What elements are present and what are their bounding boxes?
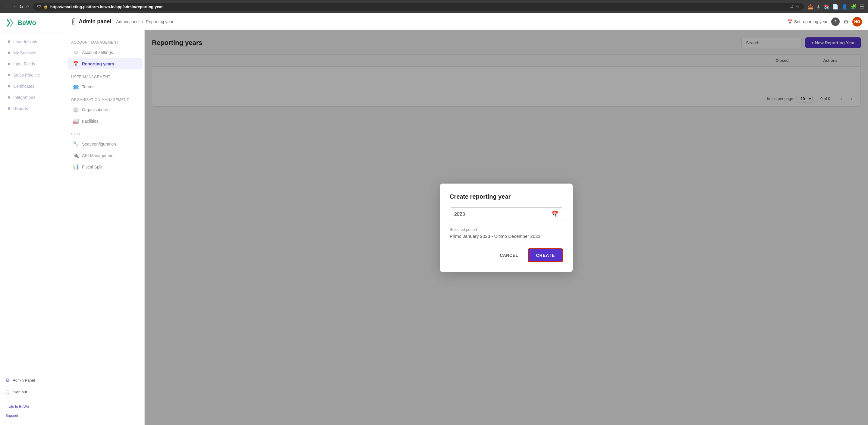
modal-title: Create reporting year	[450, 193, 563, 200]
sidebar-item-sales-pipeline[interactable]: Sales Pipeline	[2, 70, 64, 81]
sidebar-item-label: Certificates	[13, 84, 34, 89]
subnav-label: API Management	[82, 153, 115, 158]
main-content: ‹ Admin panel Admin panel › Reporting ye…	[66, 13, 868, 425]
subnav-label: Fiscal Split	[82, 164, 102, 170]
sidebar-item-admin-panel[interactable]: ⚙ Admin Panel	[0, 374, 66, 386]
create-reporting-year-modal: Create reporting year 📅 Selected period …	[440, 184, 572, 272]
cancel-button[interactable]: CANCEL	[495, 250, 523, 261]
shield-icon: 🛡	[37, 4, 41, 9]
menu-icon[interactable]: ☰	[860, 3, 864, 10]
browser-nav-buttons: ← → ↻ ⌂	[4, 4, 29, 10]
app-container: BeWo Lead Insights My Services Input Fie…	[0, 13, 868, 425]
subnav-label: Seat configuration	[82, 142, 116, 147]
sidebar-support[interactable]: Support	[0, 412, 66, 419]
subnav-label: Account settings	[82, 50, 113, 55]
calendar-icon: 📅	[787, 19, 792, 24]
subnav-reporting-years[interactable]: 📅 Reporting years	[68, 58, 143, 69]
sidebar-item-label: Integrations	[13, 95, 35, 100]
content-wrapper: Account Management ⚙ Account settings 📅 …	[66, 30, 868, 425]
logo-text: BeWo	[18, 19, 36, 27]
browser-actions: 📥 ⬇ 📚 📄 👤 🧩 ☰	[807, 3, 864, 10]
page-content: Reporting years + New Reporting Year Clo…	[145, 30, 868, 425]
logo-icon	[5, 18, 15, 28]
set-year-label: Set reporting year	[794, 19, 828, 24]
create-button[interactable]: CREATE	[528, 248, 563, 262]
dot-icon	[8, 40, 10, 43]
reload-button[interactable]: ↻	[19, 4, 23, 10]
signout-icon: ⬡	[5, 389, 10, 395]
user-management-section: User Management	[66, 73, 144, 81]
reader-icon[interactable]: 📄	[832, 4, 838, 10]
subnav-label: Facilities	[82, 119, 98, 124]
selected-period-value: Primo January 2023 - Ultimo December 202…	[450, 234, 563, 239]
calendar-picker-icon[interactable]: 📅	[551, 211, 558, 218]
admin-icon: ⚙	[5, 377, 10, 383]
subnav-account-settings[interactable]: ⚙ Account settings	[68, 47, 143, 58]
set-reporting-year-button[interactable]: 📅 Set reporting year	[787, 19, 828, 24]
sub-nav: Account Management ⚙ Account settings 📅 …	[66, 30, 145, 425]
api-icon: 🔌	[73, 153, 79, 158]
sidebar-nav: Lead Insights My Services Input Fields S…	[0, 33, 66, 371]
sidebar-item-sign-out[interactable]: ⬡ Sign out	[0, 386, 66, 398]
sidebar-bottom: ⚙ Admin Panel ⬡ Sign out	[0, 371, 66, 401]
back-nav-button[interactable]: ‹	[72, 19, 75, 25]
address-bar[interactable]: 🛡 🔒 https://marketing.platform.bewo.io/a…	[33, 3, 804, 10]
sidebar-item-certificates[interactable]: Certificates	[2, 81, 64, 92]
subnav-label: Teams	[82, 84, 94, 89]
top-bar: ‹ Admin panel Admin panel › Reporting ye…	[66, 13, 868, 30]
settings-icon: ⚙	[73, 50, 79, 55]
sidebar-item-label: Lead Insights	[13, 39, 38, 44]
browser-chrome: ← → ↻ ⌂ 🛡 🔒 https://marketing.platform.b…	[0, 0, 868, 13]
user-avatar[interactable]: HG	[852, 17, 862, 27]
pocket-icon[interactable]: 📥	[807, 4, 813, 10]
settings-icon[interactable]: ⚙	[843, 18, 849, 25]
organisation-icon: 🏢	[73, 107, 79, 113]
year-input-row: 📅	[450, 207, 563, 221]
fiscal-icon: 📊	[73, 164, 79, 170]
sidebar-item-label: Input Fields	[13, 61, 35, 66]
breadcrumb-parent: Admin panel	[116, 19, 140, 24]
sidebar-item-input-fields[interactable]: Input Fields	[2, 58, 64, 69]
dot-icon	[8, 63, 10, 65]
seat-config-icon: 🔧	[73, 141, 79, 147]
download-icon[interactable]: ⬇	[816, 4, 820, 10]
sidebar-item-label: Sales Pipeline	[13, 73, 40, 78]
sidebar-item-my-services[interactable]: My Services	[2, 47, 64, 58]
subnav-label: Reporting years	[82, 61, 114, 66]
bookmarks-icon[interactable]: 📚	[824, 4, 830, 10]
star-icon: ☆	[796, 4, 800, 9]
lock-icon: 🔒	[43, 4, 48, 9]
calendar-icon: 📅	[73, 61, 79, 67]
sidebar-item-lead-insights[interactable]: Lead Insights	[2, 36, 64, 47]
selected-period-label: Selected period	[450, 227, 563, 232]
forward-button[interactable]: →	[11, 4, 16, 9]
facilities-icon: 🏭	[73, 118, 79, 124]
dot-icon	[8, 85, 10, 87]
sidebar-item-label: My Services	[13, 50, 36, 55]
account-management-section: Account Management	[66, 38, 144, 47]
home-button[interactable]: ⌂	[26, 4, 29, 9]
sidebar-item-integrations[interactable]: Integrations	[2, 92, 64, 103]
admin-panel-title: Admin panel	[79, 19, 111, 25]
sidebar-item-label: Sign out	[13, 390, 27, 394]
back-button[interactable]: ←	[4, 4, 8, 9]
organisation-management-section: Organisation Management	[66, 96, 144, 104]
extensions-icon[interactable]: 🧩	[850, 4, 857, 10]
translate-icon: ⇄	[790, 4, 794, 9]
profile-icon[interactable]: 👤	[841, 4, 847, 10]
subnav-fiscal-split[interactable]: 📊 Fiscal Split	[68, 161, 143, 173]
subnav-facilities[interactable]: 🏭 Facilities	[68, 116, 143, 127]
modal-overlay: Create reporting year 📅 Selected period …	[145, 30, 868, 425]
sidebar-item-reports[interactable]: Reports	[2, 103, 64, 114]
breadcrumb-current: Reporting year	[146, 19, 174, 24]
subnav-label: Organisations	[82, 107, 108, 112]
subnav-api-management[interactable]: 🔌 API Management	[68, 150, 143, 161]
subnav-organisations[interactable]: 🏢 Organisations	[68, 104, 143, 115]
subnav-teams[interactable]: 👥 Teams	[68, 81, 143, 92]
invite-link[interactable]: Invite to BeWo	[5, 404, 29, 409]
year-input[interactable]	[454, 212, 551, 217]
subnav-seat-configuration[interactable]: 🔧 Seat configuration	[68, 138, 143, 150]
help-button[interactable]: ?	[831, 18, 840, 26]
sidebar-invite: Invite to BeWo	[0, 401, 66, 412]
modal-actions: CANCEL CREATE	[450, 248, 563, 262]
